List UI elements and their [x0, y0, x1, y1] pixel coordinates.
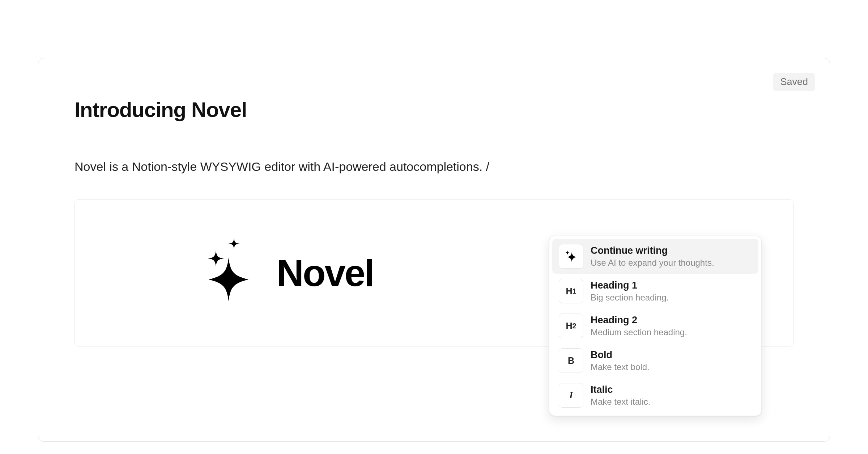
document-paragraph[interactable]: Novel is a Notion-style WYSYWIG editor w… — [75, 158, 793, 176]
h2-icon: H2 — [559, 314, 583, 338]
menu-item-text: Heading 1 Big section heading. — [591, 280, 669, 303]
menu-item-heading-2[interactable]: H2 Heading 2 Medium section heading. — [552, 308, 758, 343]
menu-item-title: Bold — [591, 349, 650, 361]
menu-item-heading-1[interactable]: H1 Heading 1 Big section heading. — [552, 274, 758, 308]
menu-item-title: Continue writing — [591, 245, 714, 256]
menu-item-title: Heading 1 — [591, 280, 669, 291]
menu-item-title: Heading 2 — [591, 315, 687, 326]
menu-item-subtitle: Use AI to expand your thoughts. — [591, 258, 714, 268]
sparkles-icon — [198, 236, 259, 310]
slash-command-menu: Continue writing Use AI to expand your t… — [549, 236, 762, 416]
italic-icon: I — [559, 383, 583, 408]
menu-item-subtitle: Make text bold. — [591, 362, 650, 372]
bold-icon: B — [559, 348, 583, 373]
menu-item-italic[interactable]: I Italic Make text italic. — [552, 378, 758, 413]
page-title[interactable]: Introducing Novel — [75, 97, 793, 122]
menu-item-subtitle: Medium section heading. — [591, 327, 687, 337]
menu-item-text: Italic Make text italic. — [591, 384, 650, 407]
status-badge: Saved — [773, 73, 815, 91]
menu-item-text: Heading 2 Medium section heading. — [591, 315, 687, 337]
menu-item-text: Bold Make text bold. — [591, 349, 650, 372]
menu-item-continue-writing[interactable]: Continue writing Use AI to expand your t… — [552, 239, 758, 274]
editor-card: Saved Introducing Novel Novel is a Notio… — [38, 58, 830, 442]
menu-item-text: Continue writing Use AI to expand your t… — [591, 245, 714, 268]
menu-item-subtitle: Big section heading. — [591, 293, 669, 303]
menu-item-title: Italic — [591, 384, 650, 395]
menu-item-subtitle: Make text italic. — [591, 397, 650, 407]
h1-icon: H1 — [559, 279, 583, 303]
sparkles-icon — [559, 244, 583, 269]
logo-wordmark: Novel — [277, 252, 374, 295]
menu-item-bold[interactable]: B Bold Make text bold. — [552, 343, 758, 378]
